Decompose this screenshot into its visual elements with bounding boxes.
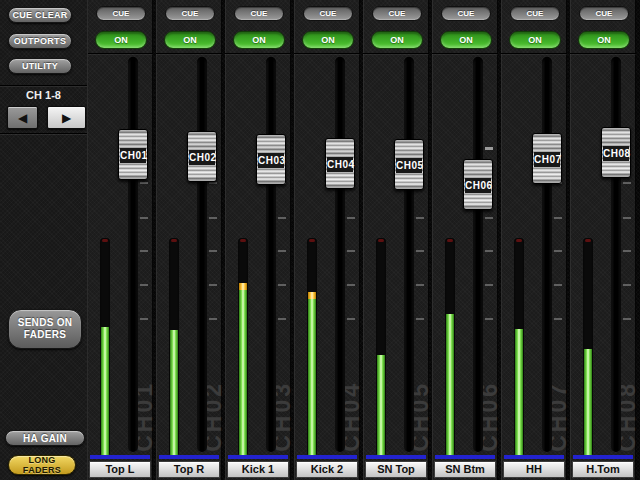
channel-strips: CUE ON CH01 CH01 Top L CUE ON CH02 CH02	[87, 0, 640, 480]
cue-button[interactable]: CUE	[372, 6, 422, 21]
fader-scale-tick	[485, 284, 493, 286]
fader-scale-tick	[278, 250, 286, 252]
level-meter	[238, 238, 248, 455]
cue-button[interactable]: CUE	[165, 6, 215, 21]
strip-divider	[501, 53, 567, 54]
fader-handle[interactable]: CH01	[118, 129, 148, 180]
utility-button[interactable]: UTILITY	[8, 58, 72, 74]
meter-fill	[308, 299, 316, 455]
channel-strip: CUE ON CH03 CH03 Kick 1	[225, 0, 291, 480]
fader-scale-tick	[140, 250, 148, 252]
channel-name-label[interactable]: Kick 1	[227, 461, 289, 478]
long-faders-button[interactable]: LONG FADERS	[8, 455, 76, 475]
fader-scale-tick	[347, 250, 355, 252]
sends-on-faders-button[interactable]: SENDS ON FADERS	[8, 309, 82, 349]
fader-track[interactable]	[266, 57, 276, 452]
level-meter	[307, 238, 317, 455]
fader-scale-tick	[140, 217, 148, 219]
fader-handle-label: CH07	[534, 152, 560, 167]
cue-button[interactable]: CUE	[579, 6, 629, 21]
sidebar-divider	[0, 85, 87, 86]
channel-name-label[interactable]: SN Btm	[434, 461, 496, 478]
fader-scale-tick	[416, 284, 424, 286]
ha-gain-button[interactable]: HA GAIN	[5, 430, 85, 446]
cue-button[interactable]: CUE	[441, 6, 491, 21]
fader-scale-tick	[347, 217, 355, 219]
on-button[interactable]: ON	[233, 31, 285, 49]
clip-indicator	[378, 239, 384, 242]
on-button[interactable]: ON	[509, 31, 561, 49]
clip-indicator	[516, 239, 522, 242]
outports-button[interactable]: OUTPORTS	[8, 33, 72, 49]
channel-strip: CUE ON CH08 CH08 H.Tom	[570, 0, 636, 480]
fader-handle[interactable]: CH04	[325, 138, 355, 189]
strip-divider	[225, 53, 291, 54]
on-button[interactable]: ON	[95, 31, 147, 49]
fader-scale-tick	[209, 217, 217, 219]
clip-indicator	[447, 239, 453, 242]
on-button[interactable]: ON	[578, 31, 630, 49]
fader-scale-tick	[140, 284, 148, 286]
fader-track[interactable]	[128, 57, 138, 452]
fader-handle-label: CH06	[465, 178, 491, 193]
fader-handle-label: CH03	[258, 153, 284, 168]
fader-scale-tick	[278, 217, 286, 219]
fader-handle[interactable]: CH07	[532, 133, 562, 184]
fader-handle-label: CH04	[327, 157, 353, 172]
fader-scale-tick	[209, 182, 217, 184]
fader-scale-tick	[623, 284, 631, 286]
strip-divider	[363, 53, 429, 54]
fader-track[interactable]	[611, 57, 621, 452]
fader-track[interactable]	[197, 57, 207, 452]
cue-button[interactable]: CUE	[234, 6, 284, 21]
strip-divider	[432, 53, 498, 54]
on-button[interactable]: ON	[164, 31, 216, 49]
fader-scale-tick	[347, 318, 355, 320]
bank-next-button[interactable]: ▶	[47, 106, 86, 129]
meter-fill	[377, 355, 385, 455]
cue-button[interactable]: CUE	[96, 6, 146, 21]
prev-arrow-icon: ◀	[18, 112, 27, 124]
on-button[interactable]: ON	[371, 31, 423, 49]
fader-track[interactable]	[542, 57, 552, 452]
fader-handle[interactable]: CH05	[394, 139, 424, 190]
channel-name-label[interactable]: HH	[503, 461, 565, 478]
fader-scale-tick	[416, 250, 424, 252]
next-arrow-icon: ▶	[62, 112, 71, 124]
bank-prev-button[interactable]: ◀	[7, 106, 38, 129]
meter-fill	[446, 314, 454, 455]
channel-name-label[interactable]: H.Tom	[572, 461, 634, 478]
fader-track[interactable]	[404, 57, 414, 452]
on-button[interactable]: ON	[302, 31, 354, 49]
fader-handle[interactable]: CH06	[463, 159, 493, 210]
cue-button[interactable]: CUE	[303, 6, 353, 21]
meter-peak-fill	[239, 283, 247, 290]
fader-handle-label: CH01	[120, 148, 146, 163]
channel-name-label[interactable]: Top L	[89, 461, 151, 478]
fader-scale-tick	[278, 318, 286, 320]
meter-fill	[515, 329, 523, 455]
strip-divider	[156, 53, 222, 54]
level-meter	[100, 238, 110, 455]
fader-track[interactable]	[473, 57, 483, 452]
channel-bank-label: CH 1-8	[0, 89, 87, 101]
fader-track[interactable]	[335, 57, 345, 452]
channel-name-label[interactable]: Kick 2	[296, 461, 358, 478]
sidebar-divider	[0, 133, 87, 134]
fader-handle[interactable]: CH03	[256, 134, 286, 185]
fader-handle[interactable]: CH02	[187, 131, 217, 182]
channel-color-bar	[90, 455, 150, 459]
cue-clear-button[interactable]: CUE CLEAR	[8, 7, 72, 23]
fader-handle[interactable]: CH08	[601, 127, 631, 178]
channel-name-label[interactable]: Top R	[158, 461, 220, 478]
cue-button[interactable]: CUE	[510, 6, 560, 21]
channel-strip: CUE ON CH02 CH02 Top R	[156, 0, 222, 480]
channel-color-bar	[573, 455, 633, 459]
meter-fill	[101, 327, 109, 455]
fader-scale-tick	[554, 318, 562, 320]
on-button[interactable]: ON	[440, 31, 492, 49]
strip-divider	[87, 53, 153, 54]
clip-indicator	[171, 239, 177, 242]
channel-name-label[interactable]: SN Top	[365, 461, 427, 478]
channel-strip: CUE ON CH05 CH05 SN Top	[363, 0, 429, 480]
